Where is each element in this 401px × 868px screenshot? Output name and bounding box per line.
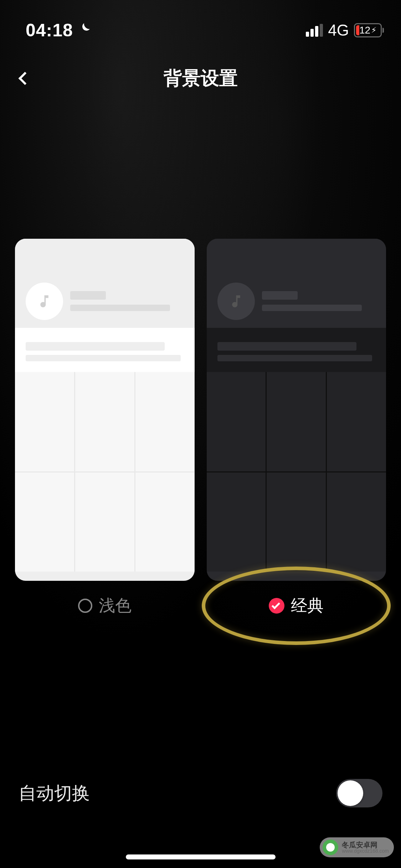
battery-percent: 12 xyxy=(359,25,370,36)
status-bar: 04:18 4G 12⚡︎ xyxy=(0,0,401,46)
watermark: 冬瓜安卓网 www.dgxcdz168.com xyxy=(320,837,394,857)
avatar-icon xyxy=(26,283,63,320)
auto-switch-row: 自动切换 xyxy=(0,779,401,807)
status-left: 04:18 xyxy=(26,20,92,41)
auto-switch-label: 自动切换 xyxy=(19,781,90,805)
radio-unchecked-icon xyxy=(78,599,92,613)
network-type: 4G xyxy=(328,21,349,39)
watermark-title: 冬瓜安卓网 xyxy=(342,841,389,848)
theme-preview-light xyxy=(15,239,195,581)
avatar-icon xyxy=(217,283,255,320)
page-title: 背景设置 xyxy=(164,66,238,91)
auto-switch-toggle[interactable] xyxy=(336,779,382,807)
page-header: 背景设置 xyxy=(0,53,401,103)
theme-options: 浅色 xyxy=(0,239,401,616)
status-right: 4G 12⚡︎ xyxy=(306,21,384,39)
moon-icon xyxy=(77,21,92,39)
theme-option-classic[interactable]: 经典 xyxy=(207,239,386,616)
toggle-knob xyxy=(338,780,363,806)
signal-icon xyxy=(306,24,323,37)
home-indicator[interactable] xyxy=(126,854,276,859)
theme-preview-classic xyxy=(207,239,386,581)
chevron-left-icon xyxy=(19,72,32,85)
watermark-logo-icon xyxy=(323,839,338,855)
charging-icon: ⚡︎ xyxy=(371,26,376,35)
theme-radio-light[interactable]: 浅色 xyxy=(15,595,195,616)
status-time: 04:18 xyxy=(26,20,73,41)
watermark-url: www.dgxcdz168.com xyxy=(342,848,389,853)
back-button[interactable] xyxy=(14,68,36,89)
theme-label-classic: 经典 xyxy=(291,595,324,617)
checkmark-icon xyxy=(272,601,280,609)
battery-icon: 12⚡︎ xyxy=(354,23,384,37)
theme-label-light: 浅色 xyxy=(99,595,132,617)
radio-checked-icon xyxy=(269,598,284,614)
theme-radio-classic[interactable]: 经典 xyxy=(207,595,386,616)
theme-option-light[interactable]: 浅色 xyxy=(15,239,195,616)
